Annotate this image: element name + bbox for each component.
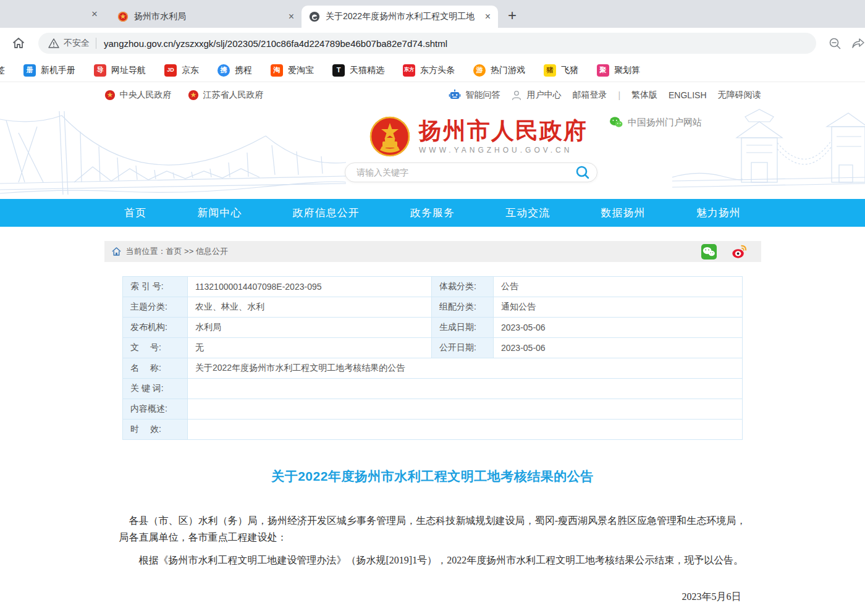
link-mail-login[interactable]: 邮箱登录 xyxy=(572,90,607,101)
meta-value: 无 xyxy=(188,338,432,358)
table-row: 关 键 词: xyxy=(123,379,743,399)
link-english[interactable]: ENGLISH xyxy=(669,90,706,100)
dark-e-favicon xyxy=(309,11,320,22)
breadcrumb-text[interactable]: 当前位置：首页 >> 信息公开 xyxy=(126,246,228,257)
site-search xyxy=(345,162,597,182)
nav-news-center[interactable]: 新闻中心 xyxy=(197,206,242,220)
site-name: 扬州市人民政府 xyxy=(419,119,588,144)
meta-value: 公告 xyxy=(494,277,743,297)
nav-gov-info-disclosure[interactable]: 政府信息公开 xyxy=(293,206,360,220)
bookmark-label: 热门游戏 xyxy=(491,65,525,76)
zoom-out-icon[interactable] xyxy=(828,36,842,51)
tab-title: 扬州市水利局 xyxy=(134,11,283,22)
bookmark-eastday[interactable]: 东方 东方头条 xyxy=(403,64,455,77)
wechat-share-icon[interactable] xyxy=(701,243,717,260)
site-logo[interactable]: 扬州市人民政府 WWW.YANGZHOU.GOV.CN xyxy=(369,116,588,158)
bookmark-aitaobao[interactable]: 淘 爱淘宝 xyxy=(271,64,314,77)
meta-value: 水利局 xyxy=(188,318,432,338)
games-icon: 游 xyxy=(473,64,486,77)
gov-emblem-icon xyxy=(188,90,199,101)
tmall-icon: T xyxy=(332,64,345,77)
weibo-share-icon[interactable] xyxy=(731,243,748,260)
address-bar[interactable]: 不安全 yangzhou.gov.cn/yzszxxgk/slj/202305/… xyxy=(38,33,816,54)
bookmark-url-navigation[interactable]: 导 网址导航 xyxy=(94,64,146,77)
nav-data-yangzhou[interactable]: 数据扬州 xyxy=(601,206,646,220)
meta-value xyxy=(188,379,743,399)
tab-close-icon[interactable]: × xyxy=(485,11,491,22)
tab-strip: × 扬州市水利局 × 关于2022年度扬州市水利工程文明工地 × + xyxy=(0,0,865,28)
security-status[interactable]: 不安全 xyxy=(64,38,90,49)
table-row: 时 效: xyxy=(123,420,743,440)
user-icon xyxy=(511,90,522,101)
bookmark-label: 京东 xyxy=(182,65,199,76)
portal-text: 中国扬州门户网站 xyxy=(628,117,702,129)
browser-toolbar: 不安全 yangzhou.gov.cn/yzszxxgk/slj/202305/… xyxy=(0,28,865,59)
meta-value xyxy=(188,420,743,440)
link-jiangsu-government[interactable]: 江苏省人民政府 xyxy=(188,90,264,101)
url-text[interactable]: yangzhou.gov.cn/yzszxxgk/slj/202305/210c… xyxy=(104,38,447,49)
home-icon[interactable] xyxy=(11,36,26,51)
manual-icon: 册 xyxy=(23,64,36,77)
tab-title: 关于2022年度扬州市水利工程文明工地 xyxy=(326,11,479,22)
gov-links-bar: 中央人民政府 江苏省人民政府 xyxy=(0,82,865,108)
article-paragraph: 根据《扬州市水利工程文明工地建设管理办法》（扬水规[2019]1号），2022年… xyxy=(119,552,746,568)
new-tab-button[interactable]: + xyxy=(508,8,517,23)
search-input[interactable] xyxy=(355,167,575,178)
jd-icon: JD xyxy=(164,64,177,77)
warning-icon xyxy=(48,38,59,49)
gov-emblem-favicon xyxy=(117,11,129,22)
bookmark-hot-games[interactable]: 游 热门游戏 xyxy=(473,64,525,77)
meta-label: 时 效: xyxy=(123,420,188,440)
meta-label: 体裁分类: xyxy=(432,277,494,297)
bookmark-label: 东方头条 xyxy=(420,65,455,76)
nav-home[interactable]: 首页 xyxy=(124,206,146,220)
meta-value: 关于2022年度扬州市水利工程文明工地考核结果的公告 xyxy=(188,358,743,379)
table-row: 名 称: 关于2022年度扬州市水利工程文明工地考核结果的公告 xyxy=(123,358,743,379)
meta-label: 名 称: xyxy=(123,358,188,379)
tab-active-announcement[interactable]: 关于2022年度扬州市水利工程文明工地 × xyxy=(302,6,498,28)
link-accessible-reading[interactable]: 无障碍阅读 xyxy=(718,90,761,101)
link-smart-qa[interactable]: 智能问答 xyxy=(449,89,500,101)
bookmark-label: 聚划算 xyxy=(614,65,640,76)
link-traditional-chinese[interactable]: 繁体版 xyxy=(631,90,657,101)
bookmark-tmall[interactable]: T 天猫精选 xyxy=(332,64,384,77)
nav-charming-yangzhou[interactable]: 魅力扬州 xyxy=(696,206,741,220)
bookmark-jd[interactable]: JD 京东 xyxy=(164,64,199,77)
share-icon[interactable] xyxy=(851,36,865,51)
table-row: 文 号: 无 公开日期: 2023-05-06 xyxy=(123,338,743,358)
juhuasuan-icon: 聚 xyxy=(597,64,609,77)
fliggy-icon: 猪 xyxy=(544,64,556,77)
bookmark-juhuasuan[interactable]: 聚 聚划算 xyxy=(597,64,640,77)
breadcrumb: 当前位置：首页 >> 信息公开 xyxy=(104,241,761,262)
bookmark-label: 机书签 xyxy=(0,65,5,76)
tab-close-icon[interactable]: × xyxy=(91,8,98,20)
link-central-government[interactable]: 中央人民政府 xyxy=(104,90,172,101)
meta-label: 公开日期: xyxy=(432,338,494,358)
main-nav: 首页 新闻中心 政府信息公开 政务服务 互动交流 数据扬州 魅力扬州 xyxy=(0,199,865,227)
bookmark-phone-bookmarks[interactable]: 机书签 xyxy=(0,65,5,76)
table-row: 内容概述: xyxy=(123,399,743,420)
nav-interaction[interactable]: 互动交流 xyxy=(505,206,550,220)
search-icon[interactable] xyxy=(575,164,591,180)
metadata-table: 索 引 号: 11321000014407098E-2023-095 体裁分类:… xyxy=(122,276,743,440)
meta-label: 发布机构: xyxy=(123,318,188,338)
bridge-line-art xyxy=(0,108,346,199)
article-paragraph: 各县（市、区）水利（务）局，扬州经济开发区城乡事务管理局，生态科技新城规划建设局… xyxy=(119,512,746,546)
bookmark-ctrip[interactable]: 携 携程 xyxy=(217,64,252,77)
tab-yangzhou-water-bureau[interactable]: 扬州市水利局 × xyxy=(110,6,302,28)
bookmark-label: 新机手册 xyxy=(41,65,75,76)
divider: | xyxy=(618,90,620,100)
nav-gov-services[interactable]: 政务服务 xyxy=(410,206,455,220)
bookmark-fliggy[interactable]: 猪 飞猪 xyxy=(544,64,578,77)
link-label: 中央人民政府 xyxy=(120,90,172,101)
bookmark-new-device-manual[interactable]: 册 新机手册 xyxy=(23,64,75,77)
wechat-icon xyxy=(609,116,623,129)
link-user-center[interactable]: 用户中心 xyxy=(511,90,561,101)
meta-label: 内容概述: xyxy=(123,399,188,420)
bookmark-label: 天猫精选 xyxy=(350,65,384,76)
tab-close-icon[interactable]: × xyxy=(289,11,294,22)
link-label: 用户中心 xyxy=(526,90,561,101)
bookmark-label: 网址导航 xyxy=(111,65,146,76)
portal-label[interactable]: 中国扬州门户网站 xyxy=(609,116,702,129)
meta-value: 农业、林业、水利 xyxy=(188,297,432,318)
